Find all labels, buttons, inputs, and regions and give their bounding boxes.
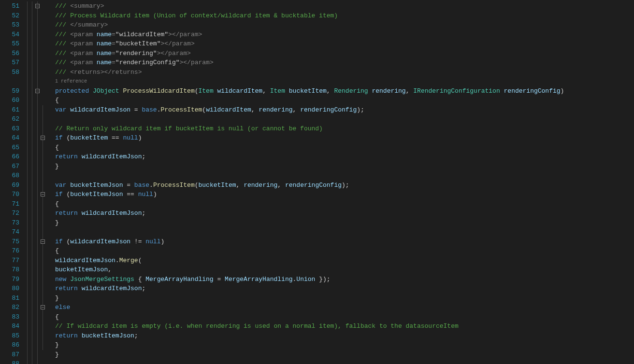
line-number: 73 (4, 218, 19, 228)
token: ) (138, 134, 142, 141)
token: ></param> (179, 59, 213, 66)
code-line[interactable] (55, 114, 634, 124)
line-number: 84 (4, 322, 19, 331)
fold-row (25, 265, 55, 275)
line-number: 51 (4, 1, 19, 11)
token: renderingConfig (504, 87, 561, 95)
code-line[interactable]: /// <returns></returns> (55, 68, 634, 77)
code-line[interactable]: var bucketItemJson = base.ProcessItem(bu… (55, 181, 634, 190)
code-line[interactable] (55, 227, 634, 237)
token: wildcardItemJson (70, 238, 130, 245)
code-line[interactable]: } (55, 162, 634, 171)
token: wildcardItemJson (82, 285, 142, 292)
line-number: 66 (4, 152, 19, 162)
code-line[interactable]: { (55, 143, 634, 153)
code-line[interactable]: /// <param name="rendering"></param> (55, 49, 634, 58)
line-number: 68 (4, 171, 19, 181)
line-number: 60 (4, 96, 19, 105)
code-line[interactable]: /// <param name="wildcardItem"></param> (55, 30, 634, 40)
token: ( (63, 134, 71, 141)
code-line[interactable]: } (55, 218, 634, 228)
fold-row (25, 322, 55, 331)
token: name (97, 59, 112, 66)
fold-toggle-icon[interactable] (35, 89, 40, 93)
fold-toggle-icon[interactable] (41, 136, 45, 140)
code-line[interactable]: // Return only wildcard item if bucketIt… (55, 124, 634, 134)
fold-column (25, 0, 55, 364)
code-line[interactable]: /// <summary> (55, 1, 634, 11)
code-line[interactable]: return wildcardItemJson; (55, 152, 634, 162)
line-number: 63 (4, 124, 19, 134)
code-line[interactable]: // If wildcard item is empty (i.e. when … (55, 322, 634, 331)
code-line[interactable] (55, 359, 634, 364)
code-line[interactable]: return wildcardItemJson; (55, 284, 634, 294)
token: , (327, 87, 334, 95)
code-line[interactable]: wildcardItemJson.Merge( (55, 256, 634, 266)
line-number: 74 (4, 227, 19, 237)
code-line[interactable]: { (55, 96, 634, 105)
line-number: 70 (4, 190, 19, 199)
codelens-references[interactable]: 1 reference (55, 77, 634, 86)
token: ProcessItem (153, 182, 195, 189)
token: "renderingConfig" (115, 59, 180, 66)
token: == (108, 134, 123, 141)
line-number: 79 (4, 275, 19, 284)
code-line[interactable]: if (bucketItemJson == null) (55, 190, 634, 199)
code-line[interactable]: var wildcardItemJson = base.ProcessItem(… (55, 105, 634, 115)
code-line[interactable]: /// <param name="bucketItem"></param> (55, 39, 634, 49)
token: = (130, 106, 142, 113)
token: /// (55, 31, 70, 38)
token: Item (199, 87, 214, 95)
token: { (55, 144, 59, 151)
token: rendering (372, 87, 405, 95)
code-line[interactable]: return wildcardItemJson; (55, 209, 634, 218)
line-number: 59 (4, 86, 19, 96)
code-line[interactable]: if (bucketItem == null) (55, 133, 634, 143)
token (78, 153, 82, 160)
token: base (134, 182, 149, 189)
fold-toggle-icon[interactable] (35, 4, 40, 8)
code-area[interactable]: /// <summary>/// Process Wildcard item (… (55, 0, 634, 364)
code-line[interactable]: } (55, 294, 634, 303)
code-line[interactable]: } (55, 340, 634, 350)
fold-row (25, 39, 55, 49)
code-line[interactable]: { (55, 246, 634, 256)
token (78, 210, 82, 217)
token (285, 87, 289, 95)
token: = (112, 40, 115, 47)
code-line[interactable]: return bucketItemJson; (55, 331, 634, 341)
code-line[interactable]: /// Process Wildcard item (Union of cont… (55, 11, 634, 21)
code-line[interactable]: /// <param name="renderingConfig"></para… (55, 58, 634, 68)
fold-row (25, 133, 55, 143)
token: // If wildcard item is empty (i.e. when … (55, 322, 459, 330)
code-line[interactable]: { (55, 312, 634, 322)
token: return (55, 332, 78, 339)
code-line[interactable]: protected JObject ProcessWildcardItem(It… (55, 86, 634, 96)
token: . (149, 182, 153, 189)
fold-row (25, 105, 55, 115)
fold-toggle-icon[interactable] (41, 192, 45, 196)
line-number: 86 (4, 340, 19, 350)
fold-row (25, 162, 55, 171)
line-number: 65 (4, 143, 19, 153)
code-line[interactable]: else (55, 303, 634, 312)
code-line[interactable]: } (55, 350, 634, 360)
token: ( (138, 257, 142, 264)
token: wildcardItemJson (82, 210, 142, 217)
code-editor[interactable]: 5152535455565758596061626364656667686970… (0, 0, 634, 364)
code-line[interactable]: new JsonMergeSettings { MergeArrayHandli… (55, 275, 634, 284)
token: , (236, 182, 244, 189)
code-line[interactable]: /// </summary> (55, 20, 634, 30)
token: return (55, 285, 78, 292)
code-line[interactable]: { (55, 199, 634, 209)
token: <param (70, 59, 97, 66)
token: bucketItemJson (70, 182, 123, 189)
line-number: 67 (4, 162, 19, 171)
code-line[interactable] (55, 171, 634, 181)
token: <returns></returns> (70, 69, 142, 76)
fold-toggle-icon[interactable] (41, 305, 45, 309)
code-line[interactable]: if (wildcardItemJson != null) (55, 237, 634, 247)
token (500, 87, 504, 95)
code-line[interactable]: bucketItemJson, (55, 265, 634, 275)
fold-toggle-icon[interactable] (41, 239, 45, 244)
